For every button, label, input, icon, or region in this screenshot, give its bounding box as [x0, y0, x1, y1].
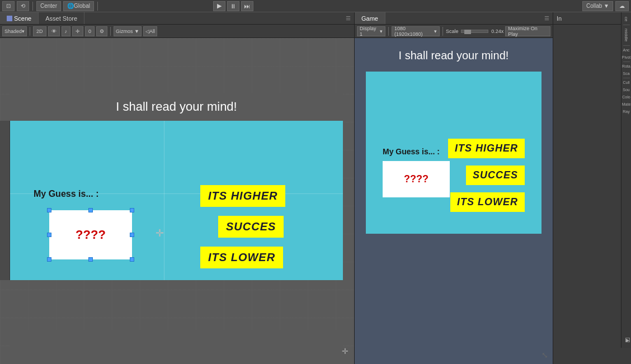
global-btn[interactable]: 🌐 Global	[63, 1, 94, 11]
anc-label: Anc	[622, 47, 630, 53]
scene-toolbar: Shaded▾ 2D 👁 ♪ ✛ 0 ⚙ Gizmos ▼ ◁All	[0, 25, 354, 38]
scene-btn-succes[interactable]: SUCCES	[218, 216, 284, 238]
tab-asset-store[interactable]: Asset Store	[39, 12, 84, 24]
top-toolbar: ⊡ ⟲ Center 🌐 Global ▶ ⏸ ⏭ Collab ▼ ☁	[0, 0, 631, 12]
scene-panel-tabs: Scene Asset Store ☰	[0, 12, 354, 25]
sca-label: Sca	[622, 70, 630, 77]
scene-viewport[interactable]: I shall read your mind! My Guess is... :…	[0, 38, 354, 364]
inspector-content: ce middle Anc Pivot Rota Sca Cull Sou Co…	[558, 12, 631, 364]
game-btn-lower[interactable]: ITS LOWER	[450, 192, 525, 212]
transform-tools[interactable]: ⊡	[2, 1, 15, 11]
scale-label: Scale	[446, 29, 459, 34]
handle-tr[interactable]	[130, 208, 134, 212]
game-card: My Guess is... : ???? ITS HIGHER SUCCES …	[366, 72, 541, 234]
scene-btn-lower[interactable]: ITS LOWER	[200, 247, 283, 268]
scale-slider[interactable]	[461, 30, 488, 33]
game-title: I shall read your mind!	[355, 49, 553, 62]
2d-toggle[interactable]: 2D	[33, 26, 46, 36]
all-dropdown[interactable]: ◁All	[143, 26, 157, 36]
ce-label: ce	[624, 15, 629, 23]
handle-tl[interactable]	[47, 208, 51, 212]
tab-game[interactable]: Game	[355, 12, 385, 24]
gizmo-sep4	[623, 78, 630, 78]
play-button[interactable]: ▶	[213, 1, 225, 11]
collab-button[interactable]: Collab ▼	[582, 1, 613, 11]
maximize-btn[interactable]: Maximize On Play	[505, 26, 550, 36]
game-toolbar: Display 1▾ 1080 (1920x1080)▾ Scale 0.24x…	[355, 25, 553, 38]
scene-crosshair: ✛	[156, 227, 164, 239]
scene-guess-box-container[interactable]: ????	[49, 210, 132, 259]
display-dropdown[interactable]: Display 1▾	[357, 26, 385, 36]
game-btn-higher[interactable]: ITS HIGHER	[448, 139, 525, 158]
sound-btn[interactable]: ♪	[62, 26, 71, 36]
scene-bottom-area	[10, 330, 343, 364]
game-guess-box: ????	[383, 161, 450, 197]
right-gizmo-bar: ce middle Anc Pivot Rota Sca Cull Sou Co…	[621, 12, 631, 348]
gizmo-sep2	[623, 45, 630, 46]
handle-bm[interactable]	[88, 257, 93, 262]
handle-br[interactable]	[130, 257, 134, 262]
inspector-panel: In ce middle Anc Pivot Rota Sca Cull Sou…	[553, 12, 631, 364]
scene-grid-line-v	[164, 121, 164, 280]
handle-tm[interactable]	[88, 208, 93, 212]
scene-title-text: I shall read your mind!	[116, 100, 237, 114]
separator-2	[97, 2, 98, 11]
sep6	[442, 27, 443, 36]
game-resize-handle[interactable]: ⤡	[541, 351, 548, 360]
pivot-label: Pivot	[621, 54, 631, 60]
cloud-button[interactable]: ☁	[615, 1, 629, 11]
handle-ml[interactable]	[47, 233, 51, 237]
scene-tab-icon	[7, 16, 12, 21]
handle-bl[interactable]	[47, 257, 51, 262]
step-button[interactable]: ⏭	[241, 1, 253, 11]
game-guess-text: ????	[404, 173, 428, 185]
game-panel-menu[interactable]: ☰	[544, 15, 553, 21]
sou-label: Sou	[622, 87, 630, 93]
move-btn[interactable]: ✛	[72, 26, 83, 36]
scene-panel: Scene Asset Store ☰ Shaded▾ 2D 👁 ♪ ✛ 0 ⚙…	[0, 12, 355, 364]
separator-1	[32, 2, 33, 11]
scene-move-indicator: ✛	[342, 347, 349, 356]
rota-label: Rota	[621, 63, 631, 69]
tab-scene[interactable]: Scene	[0, 12, 39, 24]
sep5	[388, 27, 389, 36]
pause-button[interactable]: ⏸	[227, 1, 239, 11]
globe-icon: 🌐	[67, 3, 74, 9]
scene-guess-label: My Guess is... :	[34, 189, 98, 199]
scene-btn-higher[interactable]: ITS HIGHER	[200, 185, 285, 207]
game-panel-tabs: Game ☰	[355, 12, 553, 25]
resolution-dropdown[interactable]: 1080 (1920x1080)▾	[392, 26, 440, 36]
sep4	[110, 27, 111, 36]
left-gizmo-bar	[0, 121, 10, 280]
expand-btn[interactable]: ▶	[625, 338, 630, 342]
scene-panel-menu[interactable]: ☰	[346, 15, 354, 21]
ray-label: Ray	[622, 108, 630, 115]
cull-label: Cull	[622, 79, 630, 86]
eye-btn[interactable]: 👁	[48, 26, 60, 36]
scene-guess-text: ????	[76, 228, 106, 242]
sep3	[30, 27, 30, 36]
game-guess-label: My Guess is... :	[383, 147, 440, 156]
main-area: Scene Asset Store ☰ Shaded▾ 2D 👁 ♪ ✛ 0 ⚙…	[0, 12, 631, 364]
scale-thumb[interactable]	[464, 30, 471, 34]
game-viewport: I shall read your mind! My Guess is... :…	[355, 38, 553, 364]
scene-title-area: I shall read your mind!	[10, 93, 343, 121]
colo-label: Colo	[621, 94, 630, 100]
gizmo-sep	[623, 25, 630, 25]
handle-mr[interactable]	[130, 233, 134, 237]
rotate-tool[interactable]: ⟲	[17, 1, 29, 11]
scene-guess-box: ????	[49, 210, 132, 259]
layers-btn[interactable]: 0	[85, 26, 95, 36]
settings-btn2[interactable]: ⚙	[96, 26, 107, 36]
game-panel: Game ☰ Display 1▾ 1080 (1920x1080)▾ Scal…	[355, 12, 553, 364]
middle-label: middle	[624, 26, 629, 44]
gizmo-sep3	[623, 62, 630, 62]
game-btn-succes[interactable]: SUCCES	[466, 166, 525, 185]
shaded-dropdown[interactable]: Shaded▾	[2, 26, 27, 36]
mate-label: Mate	[621, 101, 631, 107]
center-btn[interactable]: Center	[36, 1, 61, 11]
gizmos-dropdown[interactable]: Gizmos ▼	[114, 26, 142, 36]
scale-value: 0.24x	[491, 29, 503, 34]
